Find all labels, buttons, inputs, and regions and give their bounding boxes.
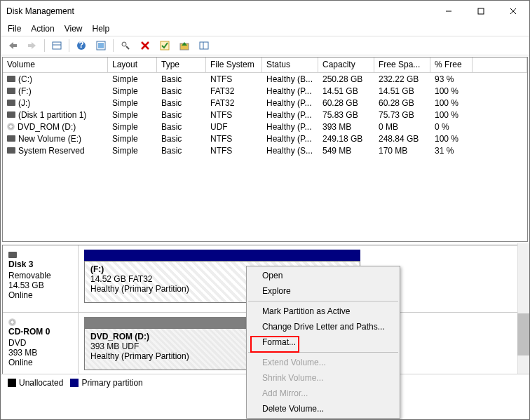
volume-row[interactable]: New Volume (E:)SimpleBasicNTFSHealthy (P… [3, 133, 527, 144]
back-button[interactable] [5, 38, 20, 53]
menubar: File Action View Help [1, 22, 529, 36]
ctx-mark-active[interactable]: Mark Partition as Active [247, 304, 400, 319]
disk-icon [7, 76, 15, 82]
column-header[interactable]: Type [157, 57, 206, 72]
svg-rect-1 [478, 8, 484, 14]
svg-rect-18 [200, 42, 208, 49]
ctx-add-mirror: Add Mirror... [247, 386, 400, 401]
check-icon[interactable] [157, 38, 172, 53]
cell: (Disk 1 partition 1) [3, 109, 108, 121]
menu-action[interactable]: Action [31, 24, 54, 34]
cell: 249.18 GB [318, 133, 374, 144]
help-icon[interactable]: ? [74, 38, 89, 53]
forward-button[interactable] [25, 38, 40, 53]
toolbar-view-icon[interactable] [49, 38, 64, 53]
close-button[interactable] [497, 1, 529, 22]
menu-help[interactable]: Help [93, 24, 110, 34]
cell: 232.22 GB [374, 73, 430, 85]
cell: Simple [108, 73, 157, 85]
cell: (C:) [3, 73, 108, 85]
svg-text:?: ? [79, 41, 83, 50]
column-header[interactable]: File System [206, 57, 262, 72]
cell: 75.73 GB [374, 109, 430, 121]
column-header[interactable]: Status [262, 57, 318, 72]
column-header[interactable]: Layout [108, 57, 157, 72]
volume-row[interactable]: (J:)SimpleBasicFAT32Healthy (P...60.28 G… [3, 97, 527, 109]
cd-icon [7, 123, 15, 130]
svg-rect-5 [28, 44, 32, 47]
ctx-open[interactable]: Open [247, 268, 400, 283]
cell: 0 MB [374, 121, 430, 133]
cell: FAT32 [206, 97, 262, 109]
cell: 170 MB [374, 144, 430, 156]
volume-row[interactable]: (C:)SimpleBasicNTFSHealthy (B...250.28 G… [3, 73, 527, 85]
cell: 14.51 GB [374, 85, 430, 97]
cell: Simple [108, 133, 157, 144]
svg-point-12 [122, 42, 126, 46]
volume-row[interactable]: (Disk 1 partition 1)SimpleBasicNTFSHealt… [3, 109, 527, 121]
svg-rect-4 [13, 44, 17, 47]
svg-rect-11 [98, 43, 104, 48]
disk-info[interactable]: CD-ROM 0DVD393 MBOnline [3, 313, 79, 379]
context-menu: Open Explore Mark Partition as Active Ch… [246, 266, 400, 419]
cell: Basic [157, 97, 206, 109]
cell: 75.83 GB [318, 109, 374, 121]
cell: (J:) [3, 97, 108, 109]
minimize-button[interactable] [433, 1, 465, 22]
cell: 60.28 GB [318, 97, 374, 109]
column-header[interactable]: Volume [3, 57, 108, 72]
disk-icon [7, 88, 15, 94]
cell: Basic [157, 121, 206, 133]
volume-row[interactable]: DVD_ROM (D:)SimpleBasicUDFHealthy (P...3… [3, 121, 527, 133]
disk-info[interactable]: Disk 3Removable14.53 GBOnline [3, 245, 79, 312]
cell: Healthy (P... [262, 109, 318, 121]
ctx-change-drive-letter[interactable]: Change Drive Letter and Paths... [247, 319, 400, 334]
cell: New Volume (E:) [3, 133, 108, 144]
svg-rect-6 [53, 42, 61, 49]
search-icon[interactable] [118, 38, 133, 53]
window-title: Disk Management [6, 6, 74, 16]
cell: Healthy (B... [262, 73, 318, 85]
toolbar-panel-icon[interactable] [196, 38, 212, 53]
cell: 100 % [430, 97, 473, 109]
cell: Simple [108, 97, 157, 109]
disk-icon [7, 147, 15, 154]
cell: Basic [157, 109, 206, 121]
volume-table-body[interactable]: (C:)SimpleBasicNTFSHealthy (B...250.28 G… [3, 73, 527, 241]
ctx-format[interactable]: Format... [247, 334, 400, 350]
cell: NTFS [206, 73, 262, 85]
volume-row[interactable]: (F:)SimpleBasicFAT32Healthy (P...14.51 G… [3, 85, 527, 97]
delete-icon[interactable] [137, 38, 153, 53]
volume-row[interactable]: System ReservedSimpleBasicNTFSHealthy (S… [3, 144, 527, 156]
ctx-explore[interactable]: Explore [247, 283, 400, 299]
ctx-delete-volume[interactable]: Delete Volume... [247, 401, 400, 416]
cell: 60.28 GB [374, 97, 430, 109]
column-header[interactable]: Capacity [318, 57, 374, 72]
cell: (F:) [3, 85, 108, 97]
vertical-scrollbar[interactable] [517, 243, 529, 374]
maximize-button[interactable] [465, 1, 497, 22]
disk-icon [7, 100, 15, 106]
cell: 100 % [430, 109, 473, 121]
cell: NTFS [206, 109, 262, 121]
up-icon[interactable] [177, 38, 192, 53]
cell: 14.51 GB [318, 85, 374, 97]
menu-view[interactable]: View [64, 24, 83, 34]
cell: Healthy (P... [262, 97, 318, 109]
cell: Simple [108, 121, 157, 133]
cell: FAT32 [206, 85, 262, 97]
cell: Healthy (P... [262, 121, 318, 133]
cell: Simple [108, 85, 157, 97]
cell: 31 % [430, 144, 473, 156]
cell: Simple [108, 144, 157, 156]
cell: Healthy (S... [262, 144, 318, 156]
refresh-icon[interactable] [93, 38, 109, 53]
cell: 100 % [430, 85, 473, 97]
cell: Basic [157, 73, 206, 85]
scrollbar-thumb[interactable] [517, 313, 529, 355]
cell: System Reserved [3, 144, 108, 156]
column-header[interactable]: % Free [430, 57, 473, 72]
column-header[interactable]: Free Spa... [374, 57, 430, 72]
menu-file[interactable]: File [8, 24, 21, 34]
cell: 549 MB [318, 144, 374, 156]
